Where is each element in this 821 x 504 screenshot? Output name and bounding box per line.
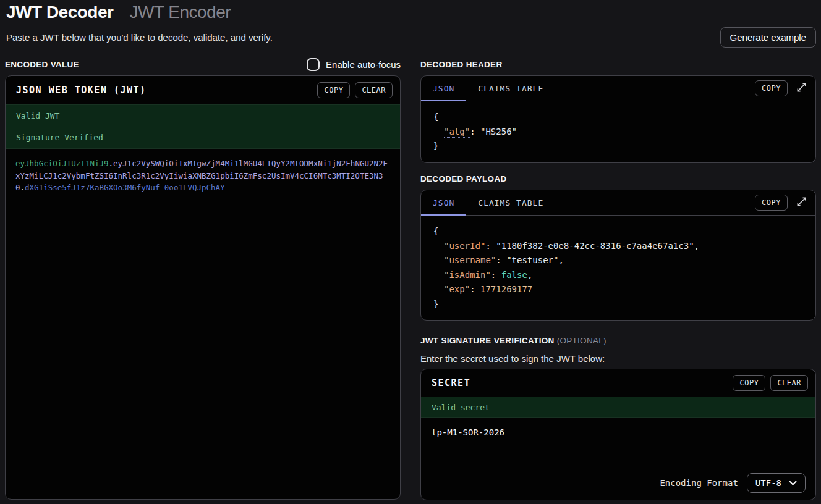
decoded-header-copy-button[interactable]: COPY [755,80,788,96]
json-comma: , [558,255,563,265]
json-separator: : [485,241,496,251]
tabbar-spacer [555,76,755,101]
decoded-header-json: { "alg": "HS256" } [421,101,815,162]
decoded-header-expand-button[interactable] [795,81,808,96]
jwt-copy-button[interactable]: COPY [317,82,350,98]
claim-key-username: "username" [444,255,496,265]
jwt-clear-button[interactable]: CLEAR [355,82,393,98]
tab-jwt-decoder[interactable]: JWT Decoder [6,2,113,22]
jwt-panel-title: JSON WEB TOKEN (JWT) [16,85,147,96]
json-line-username: "username": "testuser", [433,253,803,268]
encoding-format-value: UTF-8 [755,478,781,488]
json-line-isAdmin: "isAdmin": false, [433,268,803,283]
secret-panel-header: SECRET COPY CLEAR [421,369,815,397]
json-line-userId: "userId": "1180f382-e0e8-42cc-8316-c7aa4… [433,239,803,254]
secret-clear-button[interactable]: CLEAR [770,375,808,391]
decoded-header-tab-json[interactable]: JSON [421,76,466,101]
intro-text: Paste a JWT below that you'd like to dec… [5,32,273,43]
claim-key-isAdmin: "isAdmin" [444,270,491,280]
json-separator: : [491,270,501,280]
json-comma: , [694,241,699,251]
claim-value-userId: "1180f382-e0e8-42cc-8316-c7aa4e67a1c3" [496,241,694,251]
tab-jwt-encoder[interactable]: JWT Encoder [129,2,231,22]
autofocus-label: Enable auto-focus [326,59,401,70]
expand-icon [796,82,807,94]
decoded-header-tab-claims[interactable]: CLAIMS TABLE [466,76,555,101]
chevron-down-icon [789,477,797,489]
claim-key-userId: "userId" [444,241,485,251]
signature-label-text: JWT SIGNATURE VERIFICATION [420,336,555,345]
claim-key-alg[interactable]: "alg" [444,127,470,138]
encoded-column: ENCODED VALUE Enable auto-focus JSON WEB… [5,57,401,500]
encoding-format-label: Encoding Format [660,478,738,488]
jwt-panel-header: JSON WEB TOKEN (JWT) COPY CLEAR [6,76,400,104]
decoded-header-label-row: DECODED HEADER [420,57,816,72]
decoded-payload-expand-button[interactable] [795,195,808,210]
json-close-brace: } [433,297,803,312]
json-comma: , [527,270,532,280]
jwt-status-block: Valid JWT Signature Verified [6,104,400,149]
secret-panel-actions: COPY CLEAR [733,375,808,391]
json-open-brace: { [433,224,803,239]
signature-section-label: JWT SIGNATURE VERIFICATION (OPTIONAL) [420,336,606,345]
encoding-format-select[interactable]: UTF-8 [747,473,806,493]
json-separator: : [470,127,480,136]
jwt-decoder-page: JWT Decoder JWT Encoder Paste a JWT belo… [0,0,821,500]
secret-footer: Encoding Format UTF-8 [421,466,815,500]
autofocus-toggle[interactable]: Enable auto-focus [307,58,401,71]
main-grid: ENCODED VALUE Enable auto-focus JSON WEB… [5,57,816,500]
jwt-input-panel: JSON WEB TOKEN (JWT) COPY CLEAR Valid JW… [5,75,401,500]
decoded-header-panel: JSON CLAIMS TABLE COPY { "alg": "H [420,75,816,163]
secret-copy-button[interactable]: COPY [733,375,765,391]
jwt-panel-actions: COPY CLEAR [317,82,393,98]
jwt-valid-status: Valid JWT [16,111,389,120]
decoded-payload-panel: JSON CLAIMS TABLE COPY { "userId": [420,190,816,321]
decoded-column: DECODED HEADER JSON CLAIMS TABLE COPY [420,57,816,500]
claim-value-alg: "HS256" [480,127,517,136]
decoded-header-tabbar: JSON CLAIMS TABLE COPY [421,76,815,101]
token-header-segment: eyJhbGciOiJIUzI1NiJ9 [15,159,109,168]
claim-key-exp[interactable]: "exp" [444,284,470,295]
secret-status-block: Valid secret [421,397,815,418]
token-dot-2: . [20,183,25,192]
secret-instruction: Enter the secret used to sign the JWT be… [420,351,816,365]
secret-panel-title: SECRET [432,377,470,388]
intro-row: Paste a JWT below that you'd like to dec… [5,27,816,48]
decoded-payload-label: DECODED PAYLOAD [420,174,507,183]
jwt-token-input[interactable]: eyJhbGciOiJIUzI1NiJ9.eyJ1c2VySWQiOiIxMTg… [6,149,400,499]
autofocus-checkbox[interactable] [307,58,320,71]
encoded-value-label: ENCODED VALUE [5,60,79,69]
decoded-payload-tab-claims[interactable]: CLAIMS TABLE [466,190,555,215]
generate-example-button[interactable]: Generate example [720,27,816,48]
decoded-payload-label-row: DECODED PAYLOAD [420,171,816,186]
json-open-brace: { [433,110,803,125]
secret-panel: SECRET COPY CLEAR Valid secret tp-M1-SOR… [420,369,816,500]
decoded-header-label: DECODED HEADER [420,60,502,69]
decoded-payload-json: { "userId": "1180f382-e0e8-42cc-8316-c7a… [421,216,815,320]
decoded-payload-tab-json[interactable]: JSON [421,190,466,215]
decoded-payload-tabbar: JSON CLAIMS TABLE COPY [421,190,815,216]
json-line-alg: "alg": "HS256" [433,125,803,140]
secret-valid-status: Valid secret [432,403,490,412]
optional-label: (OPTIONAL) [557,336,606,345]
encoded-label-row: ENCODED VALUE Enable auto-focus [5,57,401,72]
decoded-header-actions: COPY [755,76,808,101]
json-separator: : [470,284,480,294]
json-separator: : [496,255,506,265]
secret-input[interactable]: tp-M1-SOR-2026 [421,418,815,466]
claim-value-exp[interactable]: 1771269177 [480,284,532,295]
claim-value-username: "testuser" [506,255,558,265]
decoded-payload-actions: COPY [755,190,808,215]
decoded-payload-copy-button[interactable]: COPY [755,195,788,211]
jwt-signature-status: Signature Verified [16,133,389,142]
expand-icon [796,196,807,209]
claim-value-isAdmin: false [501,270,527,280]
json-line-exp: "exp": 1771269177 [433,282,803,297]
token-signature-segment: dXG1iSse5fJ1z7KaBGXOo3M6fyNuf-0oo1LVQJpC… [25,183,225,192]
app-titlebar: JWT Decoder JWT Encoder [5,2,816,23]
tabbar-spacer [555,190,755,215]
token-dot-1: . [109,159,114,168]
signature-label-row: JWT SIGNATURE VERIFICATION (OPTIONAL) [420,333,816,348]
json-close-brace: } [433,139,803,154]
